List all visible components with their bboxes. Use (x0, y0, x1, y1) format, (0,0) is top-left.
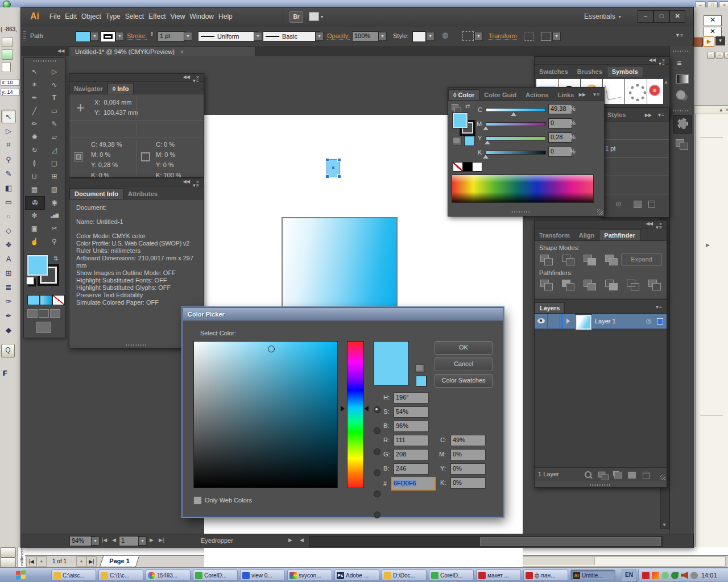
break-link-icon[interactable]: ⊘ (615, 199, 622, 208)
close-button[interactable]: ✕ (669, 10, 685, 23)
cyan-slider-thumb[interactable] (511, 112, 516, 116)
panel-grip[interactable] (33, 60, 56, 62)
yellow-field[interactable]: 0% (450, 463, 486, 475)
mesh-tool[interactable]: ▦ (25, 183, 44, 196)
minus-front-icon[interactable] (562, 255, 574, 265)
y-coordinate-field[interactable]: y: 14 (1, 89, 20, 95)
previous-artboard-icon[interactable]: ◀ (112, 537, 116, 543)
shape-builder-tool[interactable]: ⊔ (25, 170, 44, 182)
corel-tool-pick[interactable]: ↖ (1, 110, 16, 123)
tab-info[interactable]: ◊ Info (107, 83, 134, 94)
palette-scroll-right-icon[interactable]: ▶ (704, 36, 714, 47)
fill-stroke-mini-icon[interactable] (452, 104, 462, 113)
graphic-styles-panel-icon[interactable] (676, 139, 688, 149)
tab-navigator[interactable]: Navigator (69, 84, 107, 94)
panel-menu-icon[interactable]: ▼≡ (192, 78, 199, 84)
brush-definition-dropdown[interactable]: Uniform (198, 31, 258, 41)
menu-select[interactable]: Select (123, 13, 146, 20)
cyan-field[interactable]: 49% (450, 435, 486, 446)
collapse-icon[interactable]: ◀◀ (57, 48, 64, 53)
only-web-colors-checkbox[interactable] (193, 496, 202, 505)
cancel-button[interactable]: Cancel (435, 357, 493, 371)
collapse-icon[interactable]: ◀◀ (183, 179, 190, 184)
corel-tool-zoom[interactable]: ⚲ (1, 152, 16, 166)
blend-tool[interactable]: ◉ (45, 196, 64, 209)
expand-icon[interactable]: ▶▶ (645, 113, 652, 118)
menu-help[interactable]: Help (216, 13, 235, 20)
color-mode-button[interactable] (27, 295, 40, 305)
appearance-panel-icon[interactable] (673, 115, 692, 134)
symbol-red-flower[interactable] (647, 79, 663, 104)
fill-color-swatch[interactable] (76, 31, 90, 42)
corel-tool-text[interactable]: A (1, 252, 16, 265)
intersect-icon[interactable] (584, 255, 596, 265)
exclude-icon[interactable] (605, 255, 618, 265)
scroll-down-icon[interactable]: ▼ (662, 522, 667, 527)
recolor-dropdown-icon[interactable]: ▼ (552, 32, 561, 41)
red-field[interactable]: 111 (394, 435, 429, 446)
black-field[interactable]: 0% (450, 477, 486, 489)
magenta-field[interactable]: 0% (450, 449, 486, 460)
corel-tool-basic-shapes[interactable]: ❖ (1, 238, 16, 251)
new-sublayer-icon[interactable] (614, 472, 622, 479)
selection-handle[interactable] (337, 174, 341, 178)
stroke-stepper-icon[interactable]: ⇕ (150, 31, 154, 37)
corel-tool-polygon[interactable]: ◇ (1, 223, 16, 237)
bridge-button[interactable]: Br (289, 11, 303, 23)
q-button[interactable]: Q (1, 344, 15, 357)
green-field[interactable]: 208 (394, 449, 429, 460)
scrollbar-thumb[interactable] (480, 537, 661, 546)
paintbrush-tool[interactable]: ✏ (25, 118, 44, 130)
new-layer-icon[interactable] (628, 472, 636, 479)
color-swatch-brown[interactable] (693, 38, 703, 47)
taskbar-item[interactable]: CorelD... (429, 569, 474, 581)
tab-styles[interactable]: Styles (603, 110, 630, 120)
collapse-icon[interactable]: ◀◀ (649, 57, 656, 63)
tab-links[interactable]: Links (553, 90, 578, 100)
hue-field[interactable]: 196° (394, 392, 429, 404)
clock-tray-icon[interactable] (690, 572, 698, 579)
stroke-panel-icon[interactable]: ≡ (677, 59, 681, 68)
panel-grip[interactable] (126, 344, 147, 346)
taskbar-item[interactable]: 15493... (146, 569, 191, 581)
stroke-profile-dropdown[interactable]: Basic (263, 31, 320, 41)
delete-layer-icon[interactable] (643, 472, 650, 479)
draw-inside-button[interactable] (50, 309, 60, 318)
fill-swatch[interactable] (27, 255, 48, 276)
corel-tool-crop[interactable]: ⌗ (1, 138, 16, 152)
saturation-field[interactable]: 54% (394, 406, 429, 418)
corel-tool-ellipse[interactable]: ○ (1, 209, 16, 223)
taskbar-item[interactable]: C:\aisc... (51, 569, 96, 581)
style-row-label[interactable]: 1 pt (605, 145, 615, 152)
stroke-weight-label[interactable]: Stroke: (127, 32, 147, 40)
crop-icon[interactable] (605, 280, 618, 290)
taskbar-item[interactable]: ф-пан... (523, 569, 568, 581)
resize-grip[interactable] (597, 209, 603, 215)
gradient-panel-icon[interactable] (676, 74, 689, 84)
black-slider[interactable] (486, 151, 546, 155)
corel-tool-eyedropper[interactable]: ✑ (1, 294, 16, 308)
brightness-radio[interactable] (374, 448, 380, 455)
layer-name[interactable]: Layer 1 (595, 318, 616, 325)
type-tool[interactable]: T (45, 92, 64, 104)
none-mode-button[interactable] (52, 295, 65, 305)
collapse-icon[interactable]: ◀◀ (183, 74, 190, 80)
out-of-gamut-cube-icon[interactable] (453, 137, 462, 146)
network-tray-icon[interactable] (661, 572, 669, 579)
tab-symbols[interactable]: Symbols (607, 66, 643, 77)
tab-swatches[interactable]: Swatches (535, 66, 573, 77)
perspective-grid-tool[interactable]: ⊞ (45, 170, 64, 182)
color-field-marker[interactable] (268, 346, 275, 352)
next-artboard-icon[interactable]: ▶ (150, 537, 154, 543)
screen-mode-button[interactable] (36, 322, 51, 333)
fill-proxy-swatch[interactable] (453, 113, 468, 128)
profile-dropdown-icon[interactable]: ▼ (315, 32, 324, 41)
taskbar-item[interactable]: view 0... (240, 569, 285, 581)
drag-grip[interactable] (23, 31, 26, 41)
tab-attributes[interactable]: Attributes (123, 189, 162, 199)
layer-row[interactable]: Layer 1 ◎ (535, 314, 667, 329)
black-swatch[interactable] (462, 162, 473, 172)
default-fill-stroke-icon[interactable] (26, 277, 34, 285)
last-artboard-icon[interactable]: ▶| (159, 537, 164, 543)
locate-object-icon[interactable] (585, 471, 592, 478)
